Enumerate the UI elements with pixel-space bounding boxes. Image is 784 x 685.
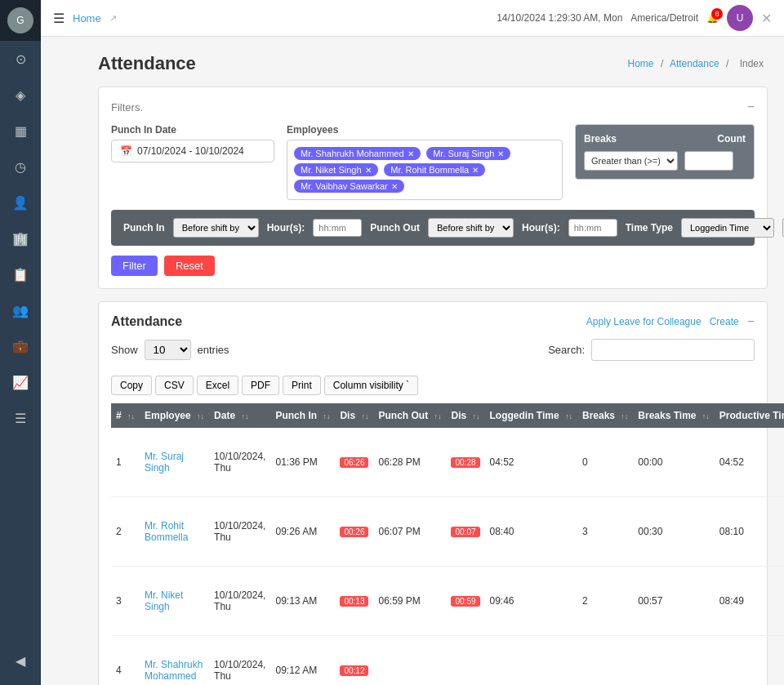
- table-collapse-btn[interactable]: −: [747, 314, 755, 329]
- breadcrumb-attendance[interactable]: Attendance: [670, 58, 719, 69]
- punch-out-select[interactable]: Before shift by After shift by: [428, 218, 514, 238]
- th-employee[interactable]: Employee ↑↓: [140, 403, 209, 428]
- sidebar-item-time[interactable]: ◷: [4, 150, 37, 183]
- search-label: Search:: [548, 344, 585, 356]
- cell-productive: 04:52: [715, 428, 784, 497]
- filters-collapse-btn[interactable]: −: [747, 100, 755, 114]
- th-date[interactable]: Date ↑↓: [209, 403, 270, 428]
- breadcrumb-row: Attendance Home / Attendance / Index: [98, 53, 768, 74]
- sidebar-item-user[interactable]: 👤: [4, 186, 37, 219]
- entries-label: entries: [198, 344, 229, 356]
- th-dis-out[interactable]: Dis ↑↓: [446, 403, 484, 428]
- breaks-selects: Greater than (>=) Less than (<=) Equal t…: [584, 151, 746, 171]
- reset-button[interactable]: Reset: [164, 256, 215, 276]
- sidebar-item-grid[interactable]: ◈: [4, 78, 37, 111]
- punch-in-hours-input[interactable]: [313, 219, 362, 237]
- sidebar-collapse-icon[interactable]: ◀: [4, 644, 37, 677]
- punch-out-hours-input[interactable]: [568, 219, 617, 237]
- csv-button[interactable]: CSV: [155, 376, 194, 395]
- attendance-table-title: Attendance: [111, 314, 182, 329]
- dis-in-badge: 00:13: [340, 596, 368, 607]
- sidebar-item-chart[interactable]: 📈: [4, 366, 37, 398]
- breadcrumb: Home / Attendance / Index: [628, 58, 768, 69]
- punch-in-select[interactable]: Before shift by After shift by: [173, 218, 259, 238]
- sidebar-item-table[interactable]: ▦: [4, 114, 37, 147]
- cell-punch-out: [373, 636, 446, 686]
- cell-dis-out: [446, 636, 484, 686]
- employee-tag-1[interactable]: Mr. Suraj Singh✕: [426, 147, 510, 160]
- breaks-title: Breaks Count: [584, 133, 746, 145]
- copy-button[interactable]: Copy: [111, 376, 152, 395]
- create-link[interactable]: Create: [710, 316, 739, 327]
- column-visibility-button[interactable]: Column visibility `: [324, 376, 418, 395]
- show-label: Show: [111, 344, 138, 356]
- employee-link[interactable]: Mr. Niket Singh: [145, 589, 183, 612]
- cell-num: 3: [111, 567, 140, 636]
- th-punch-out[interactable]: Punch Out ↑↓: [373, 403, 446, 428]
- dis-out-badge: 00:59: [451, 596, 479, 607]
- employee-tag-4[interactable]: Mr. Vaibhav Sawarkar✕: [294, 180, 404, 193]
- cell-dis-in: 06:26: [335, 428, 373, 497]
- sidebar-item-home[interactable]: ⊙: [4, 42, 37, 75]
- cell-date: 10/10/2024, Thu: [209, 567, 270, 636]
- sidebar: G ⊙ ◈ ▦ ◷ 👤 🏢 📋 👥 💼 📈 ☰ ◀: [0, 0, 41, 685]
- apply-leave-link[interactable]: Apply Leave for Colleague: [586, 316, 702, 327]
- employee-tag-0[interactable]: Mr. Shahrukh Mohammed✕: [294, 147, 421, 160]
- filter-action-row: Filter Reset: [111, 256, 755, 276]
- dis-out-badge: 00:07: [451, 527, 479, 537]
- filters-header: Filters. −: [111, 100, 755, 114]
- th-breaks[interactable]: Breaks ↑↓: [577, 403, 633, 428]
- sidebar-item-briefcase[interactable]: 💼: [4, 330, 37, 363]
- print-button[interactable]: Print: [283, 376, 321, 395]
- punch-out-label: Punch Out: [370, 222, 420, 234]
- cell-breaks-time: 00:30: [633, 497, 715, 567]
- time-type-label: Time Type: [626, 222, 673, 234]
- cell-loggedin: 09:46: [485, 567, 577, 636]
- search-row: Search:: [548, 339, 755, 361]
- table-actions: Apply Leave for Colleague Create −: [586, 314, 755, 329]
- sidebar-top: G: [0, 0, 41, 41]
- employee-link[interactable]: Mr. Suraj Singh: [145, 451, 184, 474]
- breadcrumb-current: Index: [740, 58, 764, 69]
- excel-button[interactable]: Excel: [197, 376, 238, 395]
- th-breaks-time[interactable]: Breaks Time ↑↓: [633, 403, 715, 428]
- th-productive[interactable]: Productive Time ↑↓: [715, 403, 784, 428]
- sidebar-item-building[interactable]: 🏢: [4, 222, 37, 255]
- time-type-select[interactable]: Loggedin Time Productive Time: [681, 218, 774, 238]
- employee-tag-2[interactable]: Mr. Niket Singh✕: [294, 163, 378, 176]
- entries-select[interactable]: 10 25 50 100: [145, 340, 191, 360]
- th-loggedin[interactable]: Loggedin Time ↑↓: [485, 403, 577, 428]
- breaks-comparator-select[interactable]: Greater than (>=) Less than (<=) Equal t…: [584, 151, 678, 171]
- time-filter-row: Punch In Before shift by After shift by …: [111, 210, 755, 246]
- cell-dis-in: 00:26: [335, 497, 373, 567]
- cell-employee: Mr. Suraj Singh: [140, 428, 209, 497]
- table-row: 4 Mr. Shahrukh Mohammed 10/10/2024, Thu …: [111, 636, 784, 686]
- filters-panel: Filters. − Punch In Date 📅 07/10/2024 - …: [98, 87, 768, 289]
- employee-link[interactable]: Mr. Rohit Bommella: [145, 520, 188, 543]
- cell-date: 10/10/2024, Thu: [209, 636, 270, 686]
- cell-punch-out: 06:59 PM: [373, 567, 446, 636]
- table-section: Attendance Apply Leave for Colleague Cre…: [98, 301, 768, 685]
- employee-link[interactable]: Mr. Shahrukh Mohammed: [145, 659, 203, 682]
- filter-button[interactable]: Filter: [111, 256, 158, 276]
- cell-punch-out: 06:07 PM: [373, 497, 446, 567]
- date-range-input[interactable]: 📅 07/10/2024 - 10/10/2024: [111, 140, 274, 162]
- sidebar-item-extra[interactable]: ☰: [4, 402, 37, 434]
- sidebar-item-docs[interactable]: 📋: [4, 258, 37, 291]
- dis-out-badge: 00:28: [451, 457, 479, 468]
- cell-loggedin: [485, 636, 577, 686]
- employees-box[interactable]: Mr. Shahrukh Mohammed✕ Mr. Suraj Singh✕ …: [287, 140, 563, 200]
- sidebar-item-team[interactable]: 👥: [4, 294, 37, 327]
- calendar-icon: 📅: [120, 145, 132, 157]
- page-title: Attendance: [98, 53, 196, 74]
- pdf-button[interactable]: PDF: [242, 376, 279, 395]
- search-input[interactable]: [591, 339, 755, 361]
- breaks-count-input[interactable]: [684, 151, 733, 171]
- cell-employee: Mr. Rohit Bommella: [140, 497, 209, 567]
- th-num[interactable]: # ↑↓: [111, 403, 140, 428]
- breaks-section: Breaks Count Greater than (>=) Less than…: [575, 124, 755, 180]
- th-dis-in[interactable]: Dis ↑↓: [335, 403, 373, 428]
- breadcrumb-home[interactable]: Home: [628, 58, 654, 69]
- employee-tag-3[interactable]: Mr. Rohit Bommella✕: [384, 163, 485, 176]
- th-punch-in[interactable]: Punch In ↑↓: [270, 403, 335, 428]
